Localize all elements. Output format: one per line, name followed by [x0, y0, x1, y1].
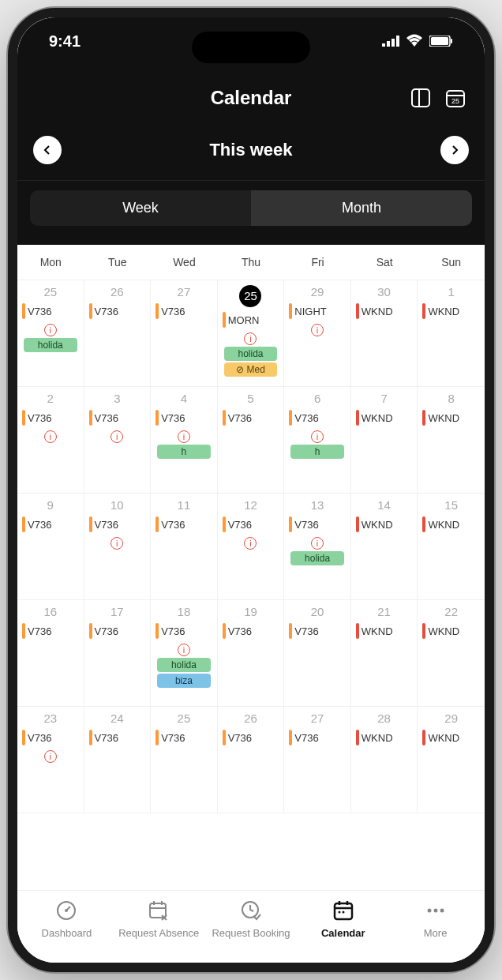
shift-label: MORN	[219, 312, 283, 328]
calendar-cell[interactable]: 23V736i	[17, 707, 84, 813]
calendar-cell[interactable]: 30WKND	[351, 280, 418, 387]
calendar-cell[interactable]: 4V736ih	[151, 387, 218, 494]
calendar-cell[interactable]: 7WKND	[351, 387, 418, 494]
shift-color-bar	[155, 730, 159, 745]
shift-color-bar	[22, 623, 25, 639]
calendar-cell[interactable]: 3V736i	[84, 387, 152, 494]
day-number: 11	[178, 498, 191, 512]
day-number: 9	[47, 498, 54, 512]
info-icon: i	[244, 537, 257, 550]
shift-label: V736	[219, 410, 283, 426]
calendar-cell[interactable]: 27V736	[151, 280, 218, 387]
day-header: Tue	[84, 245, 152, 280]
tab-dashboard[interactable]: Dashboard	[21, 899, 113, 939]
info-icon: i	[178, 430, 190, 443]
shift-label: V736	[286, 410, 349, 426]
shift-color-bar	[22, 410, 25, 426]
shift-color-bar	[289, 410, 292, 426]
calendar-cell[interactable]: 2V736i	[17, 387, 84, 494]
shift-label: V736	[86, 410, 149, 426]
calendar-cell[interactable]: 20V736	[284, 600, 351, 707]
shift-color-bar	[289, 730, 292, 745]
today-icon[interactable]: 25	[442, 84, 469, 111]
calendar-cell[interactable]: 22WKND	[418, 600, 485, 707]
calendar-cell[interactable]: 25V736	[151, 707, 218, 813]
shift-label: V736	[286, 516, 349, 532]
event-tag: holida	[24, 338, 77, 352]
svg-point-24	[338, 911, 340, 914]
day-number: 17	[111, 605, 124, 618]
day-number: 20	[311, 605, 324, 618]
status-time: 9:41	[49, 32, 81, 51]
tab-request-booking[interactable]: Request Booking	[205, 899, 298, 939]
shift-color-bar	[356, 303, 359, 319]
calendar-cell[interactable]: 29NIGHTi	[284, 280, 351, 387]
calendar-cell[interactable]: 16V736	[17, 600, 84, 707]
tab-request-absence[interactable]: Request Absence	[113, 899, 205, 939]
day-number: 1	[448, 285, 455, 299]
calendar-cell[interactable]: 11V736	[151, 494, 218, 600]
segment-week[interactable]: Week	[30, 190, 251, 226]
day-number: 6	[314, 392, 320, 405]
shift-label: V736	[86, 623, 149, 639]
event-tag: h	[157, 445, 211, 459]
shift-color-bar	[89, 730, 92, 745]
shift-label: V736	[86, 730, 149, 745]
cell-signal-icon	[382, 32, 399, 51]
calendar-cell[interactable]: 19V736	[218, 600, 285, 707]
day-number: 18	[178, 605, 191, 618]
event-tag: biza	[157, 674, 211, 688]
info-icon: i	[311, 324, 324, 336]
wifi-icon	[406, 32, 423, 51]
day-number: 4	[181, 392, 187, 405]
calendar-cell[interactable]: 18V736iholidabiza	[151, 600, 218, 707]
shift-color-bar	[422, 516, 425, 532]
day-number: 29	[311, 285, 324, 299]
shift-color-bar	[422, 303, 425, 319]
shift-color-bar	[155, 303, 159, 319]
calendar-cell[interactable]: 15WKND	[418, 494, 485, 600]
calendar-cell[interactable]: 25MORNiholida⊘ Med	[218, 280, 285, 387]
shift-label: V736	[219, 623, 283, 639]
calendar-cell[interactable]: 10V736i	[84, 494, 152, 600]
shift-label: WKND	[419, 730, 483, 745]
calendar-cell[interactable]: 29WKND	[418, 707, 485, 813]
calendar-cell[interactable]: 25V736iholida	[17, 280, 84, 387]
calendar-cell[interactable]: 24V736	[84, 707, 152, 813]
tab-more[interactable]: More	[389, 899, 481, 939]
calendar-cell[interactable]: 28WKND	[351, 707, 418, 813]
day-number: 13	[311, 498, 324, 512]
next-button[interactable]	[440, 136, 469, 164]
shift-color-bar	[356, 410, 359, 426]
calendar-cell[interactable]: 1WKND	[418, 280, 485, 387]
sidebar-icon[interactable]	[407, 84, 434, 111]
calendar-cell[interactable]: 9V736	[17, 494, 84, 600]
event-tag: ⊘ Med	[224, 362, 278, 377]
calendar[interactable]: MonTueWedThuFriSatSun 25V736iholida26V73…	[17, 245, 485, 890]
prev-button[interactable]	[33, 136, 62, 164]
calendar-cell[interactable]: 12V736i	[218, 494, 285, 600]
day-header: Wed	[151, 245, 218, 280]
calendar-x-icon	[147, 899, 170, 922]
day-number: 24	[111, 712, 124, 725]
calendar-cell[interactable]: 26V736	[218, 707, 285, 813]
shift-color-bar	[89, 303, 92, 319]
segment-month[interactable]: Month	[251, 190, 472, 226]
calendar-cell[interactable]: 8WKND	[418, 387, 485, 494]
shift-label: V736	[86, 303, 149, 319]
shift-color-bar	[422, 410, 425, 426]
calendar-cell[interactable]: 26V736	[84, 280, 152, 387]
calendar-cell[interactable]: 6V736ih	[284, 387, 351, 494]
calendar-cell[interactable]: 17V736	[84, 600, 152, 707]
calendar-cell[interactable]: 27V736	[284, 707, 351, 813]
svg-rect-2	[391, 39, 395, 47]
calendar-cell[interactable]: 13V736iholida	[284, 494, 351, 600]
page-title: Calendar	[211, 87, 292, 109]
calendar-cell[interactable]: 5V736	[218, 387, 285, 494]
bottom-nav: Dashboard Request Absence Request Bookin…	[17, 890, 485, 963]
shift-label: WKND	[353, 303, 416, 319]
calendar-cell[interactable]: 21WKND	[351, 600, 418, 707]
tab-calendar[interactable]: Calendar	[297, 899, 389, 939]
calendar-cell[interactable]: 14WKND	[351, 494, 418, 600]
day-number: 27	[178, 285, 191, 299]
